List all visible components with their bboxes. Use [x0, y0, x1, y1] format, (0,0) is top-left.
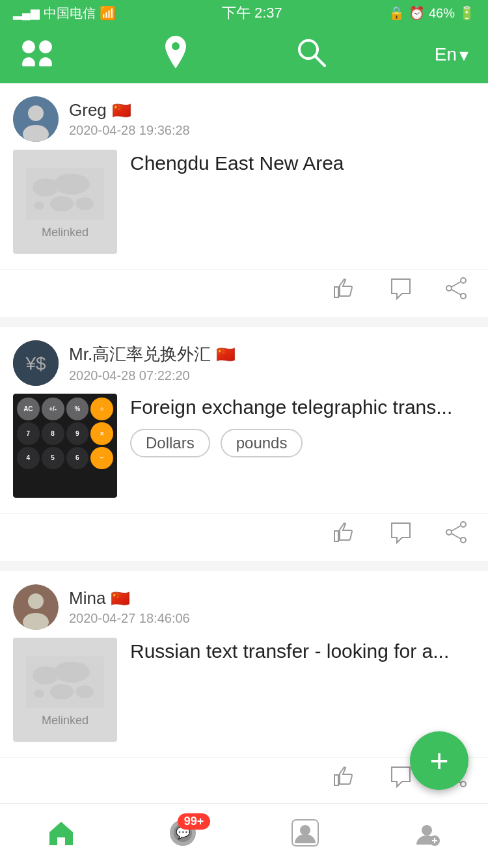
like-button[interactable] [332, 765, 357, 793]
svg-line-18 [452, 282, 461, 287]
like-button[interactable] [332, 277, 357, 305]
calc-4: 4 [17, 447, 40, 470]
share-button[interactable] [445, 277, 468, 305]
post-content: Melinked Chengdu East New Area [0, 150, 488, 264]
svg-point-15 [461, 278, 466, 283]
calc-5: 5 [42, 447, 64, 470]
post-actions [0, 513, 488, 561]
message-badge: 99+ [178, 813, 211, 830]
svg-point-1 [39, 40, 52, 53]
post-meta: Mr.高汇率兑换外汇 🇨🇳 2020-04-28 07:22:20 [69, 343, 475, 383]
post-header: ¥$ Mr.高汇率兑换外汇 🇨🇳 2020-04-28 07:22:20 [0, 327, 488, 394]
post-content: Melinked Russian text transfer - looking… [0, 638, 488, 752]
post-title[interactable]: Russian text transfer - looking for a... [130, 638, 475, 665]
lock-icon: 🔒 [388, 5, 405, 21]
svg-point-24 [461, 537, 466, 543]
post-meta: Mina 🇨🇳 2020-04-27 18:46:06 [69, 588, 475, 626]
comment-button[interactable] [389, 765, 413, 793]
svg-point-61 [300, 825, 310, 835]
share-button[interactable] [445, 521, 468, 549]
svg-point-7 [28, 105, 44, 121]
post-username: Mina 🇨🇳 [69, 588, 475, 608]
profile-icon [413, 819, 441, 854]
status-time: 下午 2:37 [116, 3, 388, 23]
fab-plus-icon: + [429, 742, 448, 780]
nav-contacts[interactable] [291, 819, 319, 854]
signal-icon: ▂▄▆ [13, 6, 40, 20]
svg-point-32 [53, 662, 90, 683]
calc-pm: +/- [42, 398, 64, 420]
svg-point-16 [446, 286, 452, 291]
post-card: ¥$ Mr.高汇率兑换外汇 🇨🇳 2020-04-28 07:22:20 AC … [0, 327, 488, 561]
battery-icon: 🔋 [459, 5, 475, 21]
top-nav: En ▾ [0, 26, 488, 83]
post-time: 2020-04-28 19:36:28 [69, 123, 475, 138]
thumb-label: Melinked [42, 714, 88, 727]
post-thumbnail[interactable]: AC +/- % ÷ 7 8 9 × 4 5 6 − [13, 394, 117, 498]
thumb-label: Melinked [42, 226, 88, 239]
flag-icon: 🇨🇳 [112, 102, 131, 120]
status-left: ▂▄▆ 中国电信 📶 [13, 5, 116, 22]
post-thumbnail[interactable]: Melinked [13, 638, 117, 742]
comment-button[interactable] [389, 521, 413, 549]
svg-point-13 [75, 197, 94, 210]
battery-label: 46% [429, 6, 455, 21]
search-icon[interactable] [296, 37, 326, 73]
calc-pct: % [66, 398, 89, 420]
like-button[interactable] [332, 521, 357, 549]
post-title[interactable]: Foreign exchange telegraphic trans... [130, 394, 475, 421]
bottom-nav: 💬 99+ [0, 803, 488, 868]
nav-home[interactable] [47, 819, 75, 853]
tag-dollars[interactable]: Dollars [130, 429, 210, 457]
flag-icon: 🇨🇳 [111, 590, 130, 608]
post-username: Mr.高汇率兑换外汇 🇨🇳 [69, 343, 475, 366]
language-selector[interactable]: En ▾ [435, 44, 468, 66]
calc-8: 8 [42, 422, 64, 445]
svg-point-0 [22, 40, 35, 53]
post-content: AC +/- % ÷ 7 8 9 × 4 5 6 − Foreign ex [0, 394, 488, 508]
alarm-icon: ⏰ [409, 5, 425, 21]
svg-point-35 [34, 690, 44, 698]
location-icon[interactable] [163, 34, 188, 75]
svg-point-3 [39, 57, 52, 66]
svg-line-5 [315, 56, 325, 66]
post-time: 2020-04-28 07:22:20 [69, 368, 475, 383]
avatar [13, 96, 59, 142]
svg-point-14 [34, 202, 44, 210]
status-right: 🔒 ⏰ 46% 🔋 [388, 5, 475, 21]
calc-9: 9 [66, 422, 89, 445]
calc-mul: × [90, 422, 113, 445]
post-thumbnail[interactable]: Melinked [13, 150, 117, 254]
svg-point-23 [446, 530, 452, 535]
calc-sub: − [90, 447, 113, 470]
tag-pounds[interactable]: pounds [221, 429, 303, 457]
username-text: Mr.高汇率兑换外汇 [69, 343, 211, 366]
calc-7: 7 [17, 422, 40, 445]
svg-point-22 [461, 522, 466, 527]
flag-icon: 🇨🇳 [216, 346, 236, 364]
language-label: En [435, 44, 457, 65]
svg-point-62 [422, 825, 432, 835]
calc-6: 6 [66, 447, 89, 470]
comment-button[interactable] [389, 277, 413, 305]
svg-point-38 [461, 781, 466, 787]
apps-icon[interactable] [20, 38, 55, 72]
wifi-icon: 📶 [100, 5, 116, 21]
post-card: Greg 🇨🇳 2020-04-28 19:36:28 Melinked [0, 83, 488, 317]
svg-point-17 [461, 293, 466, 299]
post-tags: Dollars pounds [130, 429, 475, 457]
username-text: Mina [69, 588, 105, 608]
post-username: Greg 🇨🇳 [69, 100, 475, 120]
nav-profile[interactable] [413, 819, 441, 854]
nav-messages[interactable]: 💬 99+ [169, 819, 197, 854]
avatar: ¥$ [13, 340, 59, 386]
svg-line-26 [452, 534, 461, 539]
svg-point-12 [50, 196, 74, 211]
post-title[interactable]: Chengdu East New Area [130, 150, 475, 177]
post-actions [0, 269, 488, 317]
calculator-thumbnail: AC +/- % ÷ 7 8 9 × 4 5 6 − [13, 394, 117, 498]
svg-point-34 [75, 685, 94, 698]
svg-point-2 [22, 57, 35, 66]
fab-add-button[interactable]: + [410, 731, 468, 790]
calc-div: ÷ [90, 398, 113, 420]
